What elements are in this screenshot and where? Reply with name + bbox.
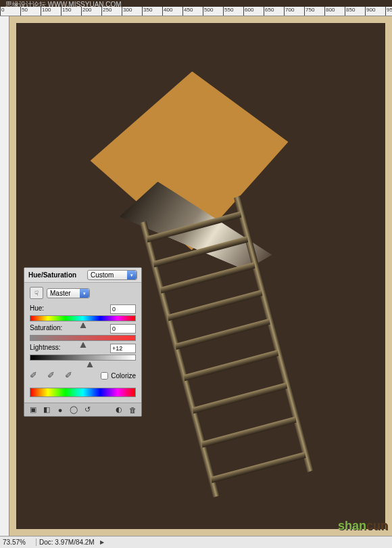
ruler-vertical bbox=[0, 16, 9, 536]
eyedropper-subtract-icon[interactable]: ✐ bbox=[65, 370, 76, 381]
hue-saturation-panel[interactable]: Hue/Saturation Custom ▾ ☟ Master ▾ Hue: … bbox=[24, 267, 142, 417]
panel-title: Hue/Saturation bbox=[28, 271, 83, 279]
lightness-label: Lightness: bbox=[30, 344, 61, 353]
colorize-label: Colorize bbox=[111, 372, 136, 380]
zoom-level[interactable]: 73.57% bbox=[0, 539, 36, 546]
lightness-input[interactable] bbox=[110, 344, 136, 353]
color-spectrum-bar bbox=[30, 388, 136, 397]
eyedropper-icon[interactable]: ✐ bbox=[30, 370, 41, 381]
panel-footer: ▣ ◧ ● ◯ ↺ ◐ 🗑 bbox=[24, 403, 141, 416]
preset-select[interactable]: Custom ▾ bbox=[87, 270, 137, 280]
reset-icon[interactable]: ↺ bbox=[82, 405, 92, 415]
watermark-bottom-right: shancun bbox=[338, 519, 388, 533]
panel-header: Hue/Saturation Custom ▾ bbox=[24, 268, 141, 283]
trash-icon[interactable]: 🗑 bbox=[128, 405, 137, 415]
saturation-input[interactable] bbox=[110, 324, 136, 334]
preset-tool-button[interactable]: ☟ bbox=[30, 287, 43, 299]
color-range-select[interactable]: Master ▾ bbox=[47, 288, 90, 298]
previous-state-icon[interactable]: ◐ bbox=[114, 405, 124, 415]
clip-icon[interactable]: ◯ bbox=[69, 405, 78, 415]
colorize-checkbox[interactable] bbox=[101, 372, 108, 380]
lightness-slider[interactable] bbox=[30, 355, 136, 361]
hue-label: Hue: bbox=[30, 304, 44, 314]
status-bar: 73.57% Doc: 3.97M/84.2M ▶ bbox=[0, 536, 392, 548]
eyedropper-add-icon[interactable]: ✐ bbox=[47, 370, 58, 381]
ladder bbox=[136, 196, 314, 499]
info-menu-icon[interactable]: ▶ bbox=[100, 539, 104, 545]
document-info: Doc: 3.97M/84.2M bbox=[36, 539, 97, 546]
hue-row: Hue: bbox=[30, 304, 136, 321]
visibility-icon[interactable]: ● bbox=[55, 405, 65, 415]
hue-input[interactable] bbox=[110, 304, 136, 314]
ruler-horizontal: 050 100150 200250 300350 400450 500550 6… bbox=[0, 7, 392, 16]
dropdown-arrows-icon: ▾ bbox=[127, 271, 137, 279]
hue-slider[interactable] bbox=[30, 315, 136, 321]
view-icon[interactable]: ◧ bbox=[42, 405, 51, 415]
saturation-label: Saturation: bbox=[30, 324, 62, 334]
dropdown-arrows-icon: ▾ bbox=[80, 289, 89, 298]
adjustment-icon[interactable]: ▣ bbox=[28, 405, 38, 415]
saturation-slider[interactable] bbox=[30, 335, 136, 341]
